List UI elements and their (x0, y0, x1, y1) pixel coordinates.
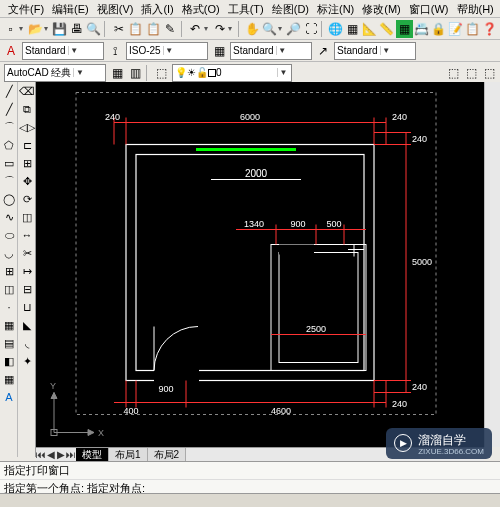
pan-icon[interactable]: ✋ (244, 20, 261, 38)
zoomext-icon[interactable]: ⛶ (302, 20, 319, 38)
scale-icon[interactable]: 📏 (378, 20, 395, 38)
calc-icon[interactable]: ▦ (396, 20, 413, 38)
layeriso-icon[interactable]: ⬚ (480, 64, 498, 82)
block-icon[interactable]: ◫ (1, 281, 17, 297)
menu-dim[interactable]: 标注(N) (313, 0, 358, 17)
wssettings-icon[interactable]: ▦ (108, 64, 126, 82)
gradient-icon[interactable]: ▤ (1, 335, 17, 351)
ruler-icon[interactable]: 📐 (361, 20, 378, 38)
mleaderstyle-combo[interactable]: Standard▼ (334, 42, 416, 60)
vertical-scrollbar[interactable] (484, 82, 500, 447)
layermatch-icon[interactable]: ⬚ (462, 64, 480, 82)
globe-icon[interactable]: 🌐 (327, 20, 344, 38)
tab-layout1[interactable]: 布局1 (109, 448, 148, 462)
preview-icon[interactable]: 🔍 (85, 20, 102, 38)
menu-file[interactable]: 文件(F) (4, 0, 48, 17)
copy2-icon[interactable]: ⧉ (19, 101, 35, 117)
point-icon[interactable]: · (1, 299, 17, 315)
dimstyle-combo[interactable]: ISO-25▼ (126, 42, 208, 60)
svg-text:240: 240 (392, 112, 407, 122)
open-icon[interactable]: 📂 (27, 20, 44, 38)
undo-icon[interactable]: ↶ (186, 20, 203, 38)
menu-format[interactable]: 格式(O) (178, 0, 224, 17)
watermark-badge[interactable]: ▶ 溜溜自学 ZIXUE.3D66.COM (386, 428, 492, 459)
copy-icon[interactable]: 📋 (127, 20, 144, 38)
circle-icon[interactable]: ◯ (1, 191, 17, 207)
card-icon[interactable]: 📇 (413, 20, 430, 38)
clip-icon[interactable]: 📋 (464, 20, 481, 38)
svg-text:4600: 4600 (271, 406, 291, 416)
menu-view[interactable]: 视图(V) (93, 0, 138, 17)
redo-icon[interactable]: ↷ (211, 20, 228, 38)
tab-prev-icon[interactable]: ◀ (46, 449, 56, 460)
zoom2-icon[interactable]: 🔎 (285, 20, 302, 38)
tab-first-icon[interactable]: ⏮ (36, 449, 46, 460)
print-icon[interactable]: 🖶 (68, 20, 85, 38)
mirror-icon[interactable]: ◁▷ (19, 119, 35, 135)
menu-edit[interactable]: 编辑(E) (48, 0, 93, 17)
sheet-icon[interactable]: ▦ (344, 20, 361, 38)
explode-icon[interactable]: ✦ (19, 353, 35, 369)
offset-icon[interactable]: ⊏ (19, 137, 35, 153)
pline-icon[interactable]: ⌒ (1, 119, 17, 135)
zoom-icon[interactable]: 🔍 (261, 20, 278, 38)
rotate-icon[interactable]: ⟳ (19, 191, 35, 207)
paste-icon[interactable]: 📋 (144, 20, 161, 38)
model-viewport[interactable]: 2000 240 6000 240 240 5000 240 1340 900 … (36, 82, 484, 447)
menu-draw[interactable]: 绘图(D) (268, 0, 313, 17)
tab-last-icon[interactable]: ⏭ (66, 449, 76, 460)
xline-icon[interactable]: ╱ (1, 101, 17, 117)
scale2-icon[interactable]: ◫ (19, 209, 35, 225)
table-icon[interactable]: ▦ (1, 371, 17, 387)
tablestyle-combo[interactable]: Standard▼ (230, 42, 312, 60)
workspace-combo[interactable]: AutoCAD 经典▼ (4, 64, 106, 82)
match-icon[interactable]: ✎ (162, 20, 179, 38)
extend-icon[interactable]: ↦ (19, 263, 35, 279)
join-icon[interactable]: ⊔ (19, 299, 35, 315)
textstyle-icon[interactable]: A (2, 42, 20, 60)
erase-icon[interactable]: ⌫ (19, 83, 35, 99)
cut-icon[interactable]: ✂ (110, 20, 127, 38)
layer-combo[interactable]: 💡 ☀ 🔓 0 ▼ (172, 64, 292, 82)
tablestyle-icon[interactable]: ▦ (210, 42, 228, 60)
tab-next-icon[interactable]: ▶ (56, 449, 66, 460)
mleaderstyle-icon[interactable]: ↗ (314, 42, 332, 60)
rect-icon[interactable]: ▭ (1, 155, 17, 171)
move-icon[interactable]: ✥ (19, 173, 35, 189)
line-icon[interactable]: ╱ (1, 83, 17, 99)
insert-icon[interactable]: ⊞ (1, 263, 17, 279)
menu-window[interactable]: 窗口(W) (405, 0, 453, 17)
color-swatch (208, 69, 216, 77)
region-icon[interactable]: ◧ (1, 353, 17, 369)
menu-modify[interactable]: 修改(M) (358, 0, 405, 17)
arc-icon[interactable]: ⌒ (1, 173, 17, 189)
help-icon[interactable]: ❓ (481, 20, 498, 38)
wstoggle-icon[interactable]: ▥ (126, 64, 144, 82)
menu-help[interactable]: 帮助(H) (453, 0, 498, 17)
spline-icon[interactable]: ∿ (1, 209, 17, 225)
fillet-icon[interactable]: ◟ (19, 335, 35, 351)
tab-model[interactable]: 模型 (76, 448, 109, 462)
new-icon[interactable]: ▫ (2, 20, 19, 38)
polygon-icon[interactable]: ⬠ (1, 137, 17, 153)
layers-icon[interactable]: ⬚ (152, 64, 170, 82)
dimstyle-icon[interactable]: ⟟ (106, 42, 124, 60)
menu-insert[interactable]: 插入(I) (137, 0, 177, 17)
ellipsearc-icon[interactable]: ◡ (1, 245, 17, 261)
ellipse-icon[interactable]: ⬭ (1, 227, 17, 243)
note-icon[interactable]: 📝 (447, 20, 464, 38)
save-icon[interactable]: 💾 (51, 20, 68, 38)
layerstate-icon[interactable]: ⬚ (444, 64, 462, 82)
mtext-icon[interactable]: A (1, 389, 17, 405)
trim-icon[interactable]: ✂ (19, 245, 35, 261)
chamfer-icon[interactable]: ◣ (19, 317, 35, 333)
command-window[interactable]: 指定打印窗口 指定第一个角点: 指定对角点: (0, 461, 500, 493)
break-icon[interactable]: ⊟ (19, 281, 35, 297)
hatch-icon[interactable]: ▦ (1, 317, 17, 333)
lock-icon[interactable]: 🔒 (430, 20, 447, 38)
array-icon[interactable]: ⊞ (19, 155, 35, 171)
textstyle-combo[interactable]: Standard▼ (22, 42, 104, 60)
tab-layout2[interactable]: 布局2 (148, 448, 187, 462)
stretch-icon[interactable]: ↔ (19, 227, 35, 243)
menu-tools[interactable]: 工具(T) (224, 0, 268, 17)
